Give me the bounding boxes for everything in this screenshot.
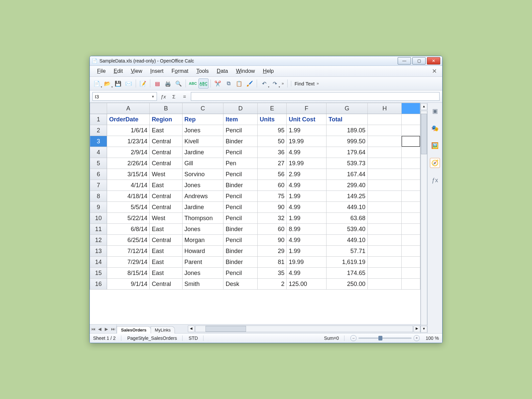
menu-help[interactable]: Help <box>259 67 278 75</box>
vscroll-track[interactable] <box>421 111 427 325</box>
cell[interactable]: 90 <box>257 202 287 213</box>
cell[interactable]: Binder <box>223 180 258 191</box>
cell[interactable]: Jones <box>182 268 223 279</box>
rowhdr[interactable]: 3 <box>90 136 107 147</box>
cell[interactable]: 2/26/14 <box>107 158 150 169</box>
rowhdr[interactable]: 5 <box>90 158 107 169</box>
spreadsheet-grid[interactable]: A B C D E F G H 1OrderDateRegionRepItemU… <box>90 103 420 290</box>
cell[interactable]: 5/5/14 <box>107 202 150 213</box>
status-mode[interactable]: STD <box>189 335 203 341</box>
zoom-slider[interactable]: – + <box>350 335 420 341</box>
cell[interactable]: 250.00 <box>327 279 368 290</box>
cell[interactable]: Pencil <box>223 191 258 202</box>
sheet-tab-salesorders[interactable]: SalesOrders <box>117 326 151 333</box>
hscroll-right[interactable]: ▶ <box>414 326 420 332</box>
table-row[interactable]: 116/8/14EastJonesBinder608.99539.40 <box>90 224 420 235</box>
cell[interactable]: Jones <box>182 125 223 136</box>
colhdr-G[interactable]: G <box>327 103 368 114</box>
cell[interactable]: 4.99 <box>287 202 327 213</box>
cell[interactable]: 19.99 <box>287 136 327 147</box>
cell[interactable]: 6/25/14 <box>107 235 150 246</box>
cell[interactable]: 81 <box>257 257 287 268</box>
styles-icon[interactable]: 🎭 <box>430 123 440 133</box>
cell[interactable]: 7/12/14 <box>107 246 150 257</box>
cell[interactable]: Pen <box>223 158 258 169</box>
cell[interactable]: 539.40 <box>327 224 368 235</box>
cell[interactable]: 4/18/14 <box>107 191 150 202</box>
cell[interactable]: 299.40 <box>327 180 368 191</box>
redo-button[interactable]: ↷ <box>270 78 280 88</box>
function-wizard-button[interactable]: ƒx <box>159 92 168 100</box>
rowhdr[interactable]: 10 <box>90 213 107 224</box>
colhdr-B[interactable]: B <box>150 103 182 114</box>
tab-first-button[interactable]: ⏮ <box>90 327 96 332</box>
table-row[interactable]: 147/29/14EastParentBinder8119.991,619.19 <box>90 257 420 268</box>
cell[interactable]: 8/15/14 <box>107 268 150 279</box>
export-pdf-button[interactable]: ▤ <box>152 78 162 88</box>
cell[interactable]: Central <box>150 235 182 246</box>
menu-file[interactable]: File <box>93 67 110 75</box>
cell[interactable]: Central <box>150 202 182 213</box>
cell[interactable]: Central <box>150 191 182 202</box>
colhdr-D[interactable]: D <box>223 103 258 114</box>
cell[interactable]: Morgan <box>182 235 223 246</box>
formula-input[interactable] <box>191 92 440 101</box>
cell[interactable]: 2.99 <box>287 169 327 180</box>
cell[interactable]: Jones <box>182 180 223 191</box>
auto-spellcheck-button[interactable]: A̲B̲C̲ <box>199 78 208 88</box>
cell[interactable] <box>402 147 420 158</box>
cell[interactable] <box>402 213 420 224</box>
colhdr-A[interactable]: A <box>107 103 150 114</box>
cell[interactable]: 1.99 <box>287 125 327 136</box>
copy-button[interactable]: ⧉ <box>223 78 233 88</box>
cell[interactable] <box>367 147 402 158</box>
cell[interactable] <box>402 246 420 257</box>
cell[interactable]: Sorvino <box>182 169 223 180</box>
cell[interactable]: Central <box>150 158 182 169</box>
cell[interactable]: 449.10 <box>327 235 368 246</box>
cell[interactable]: 32 <box>257 213 287 224</box>
tab-last-button[interactable]: ⏭ <box>110 327 116 332</box>
colhdr-H[interactable]: H <box>367 103 402 114</box>
table-row[interactable]: 42/9/14CentralJardinePencil364.99179.64 <box>90 147 420 158</box>
cell[interactable]: Units <box>257 114 287 125</box>
cell[interactable]: 8.99 <box>287 224 327 235</box>
hscroll-left[interactable]: ◀ <box>188 326 195 332</box>
rowhdr[interactable]: 4 <box>90 147 107 158</box>
cell[interactable]: 9/1/14 <box>107 279 150 290</box>
cell[interactable] <box>367 191 402 202</box>
equals-button[interactable]: = <box>180 92 189 100</box>
cell[interactable]: 5/22/14 <box>107 213 150 224</box>
cell[interactable]: Pencil <box>223 169 258 180</box>
cell[interactable]: 1.99 <box>287 213 327 224</box>
toolbar-overflow-button[interactable]: » <box>280 81 285 86</box>
cell[interactable]: Region <box>150 114 182 125</box>
cell[interactable] <box>402 158 420 169</box>
name-box-dropdown-icon[interactable]: ▼ <box>151 95 155 98</box>
format-paintbrush-button[interactable]: 🖌️ <box>245 78 255 88</box>
rowhdr[interactable]: 7 <box>90 180 107 191</box>
cell[interactable]: West <box>150 213 182 224</box>
cell[interactable]: 449.10 <box>327 202 368 213</box>
table-row[interactable]: 126/25/14CentralMorganPencil904.99449.10 <box>90 235 420 246</box>
cell[interactable]: Binder <box>223 257 258 268</box>
cell[interactable]: Kivell <box>182 136 223 147</box>
cell[interactable]: 6/8/14 <box>107 224 150 235</box>
cell[interactable]: 4.99 <box>287 147 327 158</box>
cell[interactable] <box>402 180 420 191</box>
cell[interactable]: 4.99 <box>287 180 327 191</box>
cell[interactable]: 29 <box>257 246 287 257</box>
cell[interactable] <box>367 257 402 268</box>
name-box[interactable]: I3 ▼ <box>92 92 157 101</box>
status-zoom[interactable]: 100 % <box>426 335 439 341</box>
cell[interactable]: 189.05 <box>327 125 368 136</box>
cell[interactable]: East <box>150 224 182 235</box>
new-doc-button[interactable]: 📄 <box>92 78 102 88</box>
cell[interactable] <box>367 202 402 213</box>
cell[interactable]: 63.68 <box>327 213 368 224</box>
cell[interactable]: 999.50 <box>327 136 368 147</box>
vscroll-thumb[interactable] <box>421 114 427 154</box>
cell[interactable]: 75 <box>257 191 287 202</box>
cell[interactable] <box>367 246 402 257</box>
column-header-row[interactable]: A B C D E F G H <box>90 103 420 114</box>
